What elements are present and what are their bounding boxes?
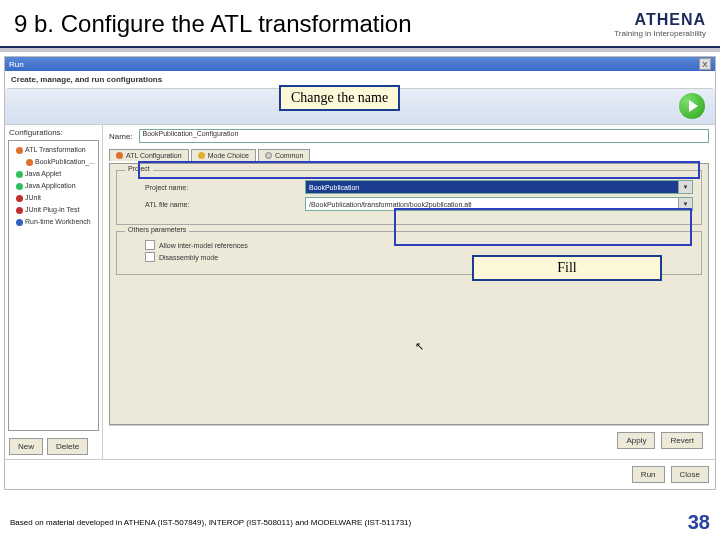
intermodel-checkbox[interactable]: Allow inter-model references [125, 240, 693, 250]
tree-item[interactable]: Java Application [12, 180, 95, 192]
name-input[interactable]: BookPublication_Configuration [139, 129, 709, 143]
group-title: Project [125, 165, 153, 172]
run-icon [679, 93, 705, 119]
atl-file-select[interactable]: /BookPublication/transformation/book2pub… [305, 197, 693, 211]
tree-item[interactable]: JUnit Plug-in Test [12, 204, 95, 216]
group-title: Others parameters [125, 226, 189, 233]
atl-file-label: ATL file name: [125, 201, 305, 208]
page-number: 38 [688, 511, 710, 534]
name-label: Name: [109, 132, 133, 141]
tree-item[interactable]: ATL Transformation [12, 144, 95, 156]
config-tree[interactable]: ATL Transformation BookPublication_... J… [8, 140, 99, 431]
delete-button[interactable]: Delete [47, 438, 88, 455]
tree-item[interactable]: BookPublication_... [12, 156, 95, 168]
footer-text: Based on material developed in ATHENA (I… [10, 518, 688, 527]
brand-logo: ATHENA Training in Interoperability [614, 11, 706, 38]
tab-atl-configuration[interactable]: ATL Configuration [109, 149, 189, 161]
tree-item[interactable]: Run-time Workbench [12, 216, 95, 228]
revert-button[interactable]: Revert [661, 432, 703, 449]
project-name-select[interactable]: BookPublication▼ [305, 180, 693, 194]
dialog-title: Run [9, 60, 699, 69]
close-button[interactable]: Close [671, 466, 709, 483]
run-button[interactable]: Run [632, 466, 665, 483]
callout-change-name: Change the name [279, 85, 400, 111]
close-icon[interactable]: X [699, 58, 711, 70]
logo-sub: Training in Interoperability [614, 29, 706, 38]
project-group: Project Project name: BookPublication▼ A… [116, 170, 702, 225]
tab-common[interactable]: Common [258, 149, 310, 161]
new-button[interactable]: New [9, 438, 43, 455]
config-form: Name: BookPublication_Configuration ATL … [103, 125, 715, 459]
config-label: Configurations: [5, 125, 102, 140]
chevron-down-icon[interactable]: ▼ [678, 198, 692, 210]
tree-item[interactable]: JUnit [12, 192, 95, 204]
callout-fill: Fill [472, 255, 662, 281]
chevron-down-icon[interactable]: ▼ [678, 181, 692, 193]
apply-button[interactable]: Apply [617, 432, 655, 449]
tree-item[interactable]: Java Applet [12, 168, 95, 180]
dialog-titlebar: Run X [5, 57, 715, 71]
tab-mode-choice[interactable]: Mode Choice [191, 149, 256, 161]
slide-title: 9 b. Configure the ATL transformation [14, 10, 614, 38]
logo-main: ATHENA [635, 11, 706, 29]
config-sidebar: Configurations: ATL Transformation BookP… [5, 125, 103, 459]
project-name-label: Project name: [125, 184, 305, 191]
